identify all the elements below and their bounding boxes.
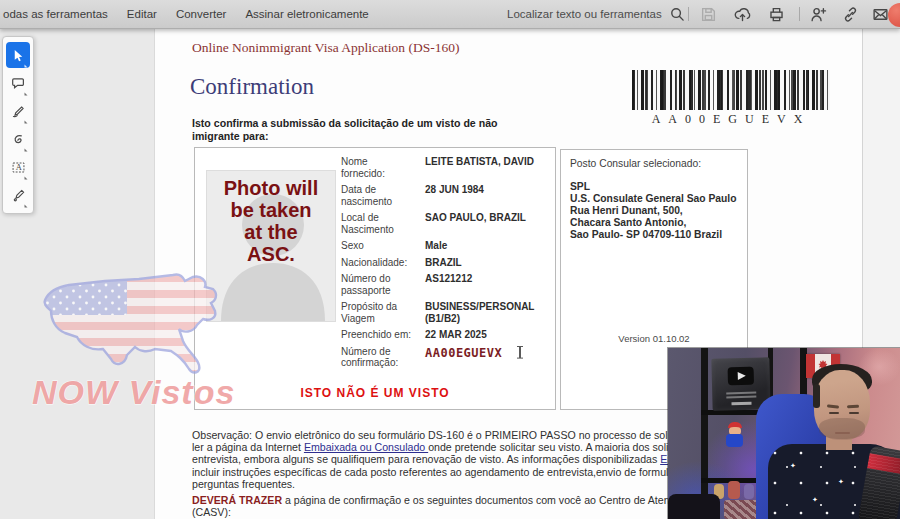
field-label: Nacionalidade: xyxy=(341,257,413,269)
photo-placeholder: Photo will be taken at the ASC. xyxy=(206,170,336,322)
photo-text: Photo will be taken at the ASC. xyxy=(207,177,335,265)
menu-convert[interactable]: Converter xyxy=(176,8,227,20)
pen-nib-icon xyxy=(11,188,26,203)
side-tool-panel: A xyxy=(2,36,34,214)
figurine xyxy=(744,484,754,499)
intro-text: Isto confirma a submissão da solicitação… xyxy=(192,117,498,143)
field-value: LEITE BATISTA, DAVID xyxy=(425,156,549,179)
field-value: 22 MAR 2025 xyxy=(425,329,549,341)
field-label: Sexo xyxy=(341,240,413,252)
tool-select[interactable] xyxy=(6,42,30,68)
streamer-person xyxy=(847,405,859,409)
field-label: Local de Nascimento xyxy=(341,212,413,235)
link-icon[interactable] xyxy=(842,6,859,23)
save-icon[interactable] xyxy=(700,6,717,23)
form-title: Online Nonimmigrant Visa Application (DS… xyxy=(192,40,459,56)
tool-fill-sign[interactable] xyxy=(6,182,30,208)
field-label: Número de confirmação: xyxy=(341,346,413,369)
search-label: Localizar texto ou ferramentas xyxy=(507,8,662,20)
svg-text:A: A xyxy=(15,162,22,172)
search-icon[interactable] xyxy=(670,7,685,22)
version-label: Version 01.10.02 xyxy=(561,333,747,344)
tool-sign[interactable] xyxy=(6,98,30,124)
toolbar-separator xyxy=(799,7,800,21)
note-paragraph: Observação: O envio eletrônico do seu fo… xyxy=(192,429,681,490)
pen-icon xyxy=(11,104,26,119)
toolbar-separator xyxy=(688,7,689,21)
bring-bold: DEVERÁ TRAZER xyxy=(192,494,282,506)
tool-comment[interactable] xyxy=(6,70,30,96)
field-label: Data de nascimento xyxy=(341,184,413,207)
streamer-person xyxy=(819,418,865,439)
field-value: 28 JUN 1984 xyxy=(425,184,549,207)
webcam-overlay: ✦ ✦ ✦ xyxy=(668,348,900,519)
field-label: Propósito da Viagem xyxy=(341,301,413,324)
field-value: Male xyxy=(425,240,549,252)
text-box-icon: A xyxy=(11,160,26,175)
bring-instruction: DEVERÁ TRAZER a página de confirmação e … xyxy=(192,494,675,518)
tool-edit-text[interactable]: A xyxy=(6,154,30,180)
field-value: AS121212 xyxy=(425,273,549,296)
cursor-arrow-icon xyxy=(11,48,26,63)
applicant-fields: Nome fornecido: LEITE BATISTA, DAVID Dat… xyxy=(341,156,549,369)
print-icon[interactable] xyxy=(768,6,785,23)
figurine xyxy=(728,481,740,499)
cloud-upload-icon[interactable] xyxy=(734,6,751,23)
text-cursor xyxy=(516,346,524,359)
youtube-play-icon xyxy=(728,367,754,386)
barcode xyxy=(632,70,830,110)
menu-bar: odas as ferramentas Editar Converter Ass… xyxy=(3,0,369,28)
consular-address: SPL U.S. Consulate General Sao Paulo Rua… xyxy=(561,169,747,241)
note-line: perguntas frequentes. xyxy=(192,478,681,490)
field-value: BRAZIL xyxy=(425,257,549,269)
note-line: incluir instruções específicas de cada p… xyxy=(192,466,681,478)
field-label: Número do passaporte xyxy=(341,273,413,296)
note-line: ler a página da Internet Embaixada ou Co… xyxy=(192,441,681,453)
record-avatar-icon[interactable] xyxy=(888,3,900,27)
add-user-icon[interactable] xyxy=(810,6,827,23)
mario-figurine xyxy=(726,434,743,447)
page-title: Confirmation xyxy=(190,74,314,100)
field-value: SAO PAULO, BRAZIL xyxy=(425,212,549,235)
search-box[interactable]: Localizar texto ou ferramentas xyxy=(507,0,685,28)
couch xyxy=(668,494,720,519)
streamer-person xyxy=(813,384,820,408)
intro-line: Isto confirma a submissão da solicitação… xyxy=(192,117,498,130)
top-toolbar: odas as ferramentas Editar Converter Ass… xyxy=(0,0,900,29)
confirmation-number: AA00EGUEVX xyxy=(425,346,549,369)
comment-bubble-icon xyxy=(11,76,26,91)
note-line: entrevista, embora alguns se qualifiquem… xyxy=(192,453,681,465)
note-line: Observação: O envio eletrônico do seu fo… xyxy=(192,429,681,441)
not-a-visa-notice: ISTO NÃO É UM VISTO xyxy=(195,386,555,400)
menu-esign[interactable]: Assinar eletronicamente xyxy=(245,8,368,20)
squiggle-icon xyxy=(11,132,26,147)
menu-edit[interactable]: Editar xyxy=(127,8,157,20)
field-label: Nome fornecido: xyxy=(341,156,413,179)
confirmation-box: Photo will be taken at the ASC. Nome for… xyxy=(194,147,556,410)
menu-all-tools[interactable]: odas as ferramentas xyxy=(3,8,108,20)
field-label: Preenchido em: xyxy=(341,329,413,341)
email-icon[interactable] xyxy=(872,6,889,23)
intro-line: imigrante para: xyxy=(192,130,498,143)
barcode-text: AA00EGUEVX xyxy=(632,112,830,127)
flag-cushion xyxy=(724,500,760,519)
consular-title: Posto Consular selecionado: xyxy=(561,150,747,169)
field-value: BUSINESS/PERSONAL (B1/B2) xyxy=(425,301,549,324)
embassy-link[interactable]: Embaixada ou Consulado xyxy=(304,441,428,453)
tool-draw[interactable] xyxy=(6,126,30,152)
